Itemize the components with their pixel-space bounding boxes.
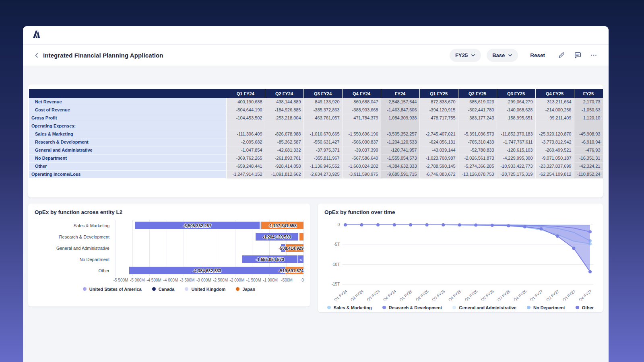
row-label[interactable]: Gross Profit [29,114,226,122]
grid-cell[interactable]: 872,838,670 [419,98,458,106]
grid-cell[interactable]: 1,084,309,938 [381,114,419,122]
grid-cell[interactable]: -9,071,050,187 [535,154,574,162]
grid-cell[interactable] [303,122,342,130]
grid-cell[interactable]: -928,414,058 [265,162,303,170]
grid-cell[interactable]: -1,660,024,282 [342,162,381,170]
grid-cell[interactable]: -120,615,103 [497,146,535,154]
grid-cell[interactable]: -42,681,332 [265,146,303,154]
grid-cell[interactable]: -214,000,256 [535,106,574,114]
grid-cell[interactable]: -104,453,502 [226,114,265,122]
grid-cell[interactable]: -394,120,915 [419,106,458,114]
grid-cell[interactable]: -385,372,863 [303,106,342,114]
comment-icon[interactable] [572,50,583,60]
grid-cell[interactable] [458,122,497,130]
grid-cell[interactable]: -2,788,590,145 [419,162,458,170]
row-label[interactable]: No Department [29,154,226,162]
grid-cell[interactable]: -85,362,587 [265,138,303,146]
grid-cell[interactable]: -1,463,847,606 [381,106,419,114]
row-label[interactable]: Other [29,162,226,170]
grid-cell[interactable]: -140,068,628 [497,106,535,114]
grid-cell[interactable]: -4,229,995,300 [497,154,535,162]
row-label[interactable]: Net Revenue [29,98,226,106]
grid-cell[interactable]: 253,218,004 [265,114,303,122]
grid-cell[interactable]: -25,920,120,870 [535,130,574,138]
grid-cell[interactable] [419,122,458,130]
grid-cell[interactable]: -43,039,144 [419,146,458,154]
grid-cell[interactable]: -355,811,967 [303,154,342,162]
grid-cell[interactable]: -45,908,93 [574,130,603,138]
grid-cell[interactable]: 1,120,10 [574,114,603,122]
grid-cell[interactable]: -388,903,668 [342,106,381,114]
more-ellipsis-icon[interactable] [588,50,599,60]
grid-cell[interactable]: -369,762,265 [226,154,265,162]
grid-cell[interactable]: 471,784,379 [342,114,381,122]
grid-cell[interactable]: -4,384,632,333 [381,162,419,170]
grid-cell[interactable]: -120,741,957 [381,146,419,154]
grid-cell[interactable]: -6,746,083,672 [419,170,458,178]
grid-cell[interactable]: -5,274,366,285 [458,162,497,170]
grid-cell[interactable]: -659,248,441 [226,162,265,170]
grid-cell[interactable]: 299,064,279 [497,98,535,106]
grid-cell[interactable]: -261,893,701 [265,154,303,162]
version-dropdown[interactable]: Base [487,49,518,62]
grid-cell[interactable]: 383,177,243 [458,114,497,122]
grid-cell[interactable]: -110,852,24 [574,170,603,178]
grid-cell[interactable]: -550,631,427 [303,138,342,146]
grid-cell[interactable]: -567,586,640 [342,154,381,162]
grid-cell[interactable]: -1,747,767,611 [497,138,535,146]
grid-cell[interactable]: -1,050,63 [574,106,603,114]
row-label[interactable]: Operating Expenses: [29,122,226,130]
grid-cell[interactable]: -5,391,036,573 [458,130,497,138]
grid-cell[interactable] [497,122,535,130]
grid-cell[interactable]: -566,030,837 [342,138,381,146]
grid-cell[interactable]: -1,247,914,152 [226,170,265,178]
reset-button[interactable]: Reset [530,52,545,58]
grid-cell[interactable]: 860,688,047 [342,98,381,106]
grid-cell[interactable]: -1,204,120,533 [381,138,419,146]
grid-cell[interactable]: -10,933,422,773 [497,162,535,170]
grid-cell[interactable]: -1,016,670,665 [303,130,342,138]
grid-cell[interactable]: -28,725,175,319 [497,170,535,178]
grid-cell[interactable]: 685,619,023 [458,98,497,106]
financial-table-card[interactable]: Q1 FY24Q2 FY24Q3 FY24Q4 FY24FY24Q1 FY25Q… [28,84,603,197]
grid-cell[interactable] [535,122,574,130]
grid-cell[interactable]: -1,023,708,987 [419,154,458,162]
grid-cell[interactable]: 99,211,409 [535,114,574,122]
grid-cell[interactable]: -504,644,190 [226,106,265,114]
grid-cell[interactable]: 463,761,057 [303,114,342,122]
grid-cell[interactable]: -37,975,371 [303,146,342,154]
row-label[interactable]: Sales & Marketing [29,130,226,138]
grid-cell[interactable] [381,122,419,130]
grid-cell[interactable]: -2,095,682 [226,138,265,146]
grid-cell[interactable]: -1,136,945,552 [303,162,342,170]
grid-cell[interactable] [226,122,265,130]
grid-cell[interactable]: -3,911,590,975 [342,170,381,178]
grid-cell[interactable]: -1,555,054,573 [381,154,419,162]
grid-cell[interactable]: -476,93 [574,146,603,154]
row-label[interactable]: Operating Income/Loss [29,170,226,178]
grid-cell[interactable]: -765,310,433 [458,138,497,146]
grid-cell[interactable]: 849,133,920 [303,98,342,106]
grid-cell[interactable]: -42,324,21 [574,162,603,170]
grid-cell[interactable]: -2,634,273,925 [303,170,342,178]
period-dropdown[interactable]: FY25 [450,49,481,62]
grid-cell[interactable]: -1,891,812,662 [265,170,303,178]
grid-cell[interactable]: -302,441,780 [458,106,497,114]
back-chevron-icon[interactable] [33,51,41,59]
row-label[interactable]: Research & Development [29,138,226,146]
grid-cell[interactable]: -2,745,407,021 [419,130,458,138]
row-label[interactable]: Cost of Revenue [29,106,226,114]
grid-cell[interactable]: 438,144,889 [265,98,303,106]
grid-cell[interactable]: -1,047,854 [226,146,265,154]
grid-cell[interactable]: -6,910,94 [574,138,603,146]
grid-cell[interactable]: -2,026,561,873 [458,154,497,162]
grid-cell[interactable]: -624,056,131 [419,138,458,146]
grid-cell[interactable]: -9,685,591,715 [381,170,419,178]
grid-cell[interactable]: 158,995,651 [497,114,535,122]
grid-cell[interactable]: -1,550,696,196 [342,130,381,138]
grid-cell[interactable]: 313,211,664 [535,98,574,106]
grid-cell[interactable]: -16,351,31 [574,154,603,162]
grid-cell[interactable] [265,122,303,130]
grid-cell[interactable]: -3,505,352,257 [381,130,419,138]
grid-cell[interactable]: 2,170,73 [574,98,603,106]
